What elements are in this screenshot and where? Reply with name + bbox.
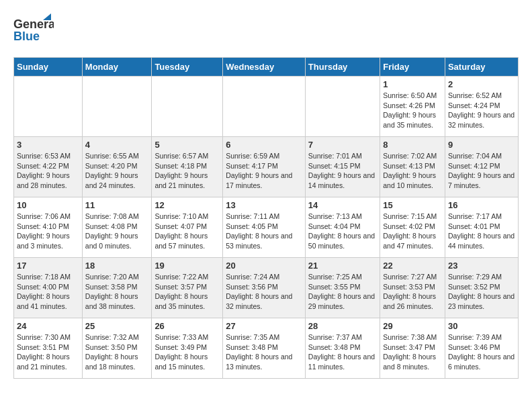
day-info: Sunrise: 6:52 AM Sunset: 4:24 PM Dayligh… xyxy=(448,91,515,130)
calendar-day-cell: 3Sunrise: 6:53 AM Sunset: 4:22 PM Daylig… xyxy=(14,137,83,197)
day-info: Sunrise: 6:53 AM Sunset: 4:22 PM Dayligh… xyxy=(17,151,79,191)
day-number: 30 xyxy=(448,321,515,331)
day-info: Sunrise: 7:35 AM Sunset: 3:48 PM Dayligh… xyxy=(226,332,302,372)
calendar-header-row: SundayMondayTuesdayWednesdayThursdayFrid… xyxy=(14,58,519,77)
day-number: 16 xyxy=(448,200,515,210)
day-number: 13 xyxy=(226,200,302,210)
day-number: 17 xyxy=(17,261,79,271)
calendar-week-row: 1Sunrise: 6:50 AM Sunset: 4:26 PM Daylig… xyxy=(14,77,519,137)
calendar-day-cell: 11Sunrise: 7:08 AM Sunset: 4:08 PM Dayli… xyxy=(82,197,152,258)
day-info: Sunrise: 7:33 AM Sunset: 3:49 PM Dayligh… xyxy=(154,332,220,372)
day-number: 4 xyxy=(85,140,149,150)
calendar-day-cell: 30Sunrise: 7:39 AM Sunset: 3:46 PM Dayli… xyxy=(445,318,518,379)
day-number: 9 xyxy=(448,140,515,150)
calendar-day-cell: 13Sunrise: 7:11 AM Sunset: 4:05 PM Dayli… xyxy=(223,197,306,258)
calendar-day-cell: 1Sunrise: 6:50 AM Sunset: 4:26 PM Daylig… xyxy=(380,77,445,137)
calendar-day-cell: 12Sunrise: 7:10 AM Sunset: 4:07 PM Dayli… xyxy=(152,197,223,258)
calendar-day-cell: 28Sunrise: 7:37 AM Sunset: 3:48 PM Dayli… xyxy=(305,318,380,379)
day-of-week-header: Monday xyxy=(82,58,152,77)
day-of-week-header: Saturday xyxy=(445,58,518,77)
day-of-week-header: Tuesday xyxy=(152,58,223,77)
day-of-week-header: Sunday xyxy=(14,58,83,77)
calendar-day-cell xyxy=(305,77,380,137)
day-info: Sunrise: 7:29 AM Sunset: 3:52 PM Dayligh… xyxy=(448,272,515,312)
day-info: Sunrise: 7:02 AM Sunset: 4:13 PM Dayligh… xyxy=(383,151,442,191)
day-info: Sunrise: 7:20 AM Sunset: 3:58 PM Dayligh… xyxy=(85,272,149,312)
day-number: 26 xyxy=(154,321,220,331)
calendar-day-cell: 17Sunrise: 7:18 AM Sunset: 4:00 PM Dayli… xyxy=(14,258,83,318)
calendar-table: SundayMondayTuesdayWednesdayThursdayFrid… xyxy=(13,57,519,379)
calendar-day-cell xyxy=(223,77,306,137)
calendar-week-row: 17Sunrise: 7:18 AM Sunset: 4:00 PM Dayli… xyxy=(14,258,519,318)
calendar-day-cell: 20Sunrise: 7:24 AM Sunset: 3:56 PM Dayli… xyxy=(223,258,306,318)
calendar-week-row: 24Sunrise: 7:30 AM Sunset: 3:51 PM Dayli… xyxy=(14,318,519,379)
day-number: 20 xyxy=(226,261,302,271)
calendar-day-cell: 5Sunrise: 6:57 AM Sunset: 4:18 PM Daylig… xyxy=(152,137,223,197)
day-info: Sunrise: 7:27 AM Sunset: 3:53 PM Dayligh… xyxy=(383,272,442,312)
day-number: 25 xyxy=(85,321,149,331)
calendar-day-cell: 8Sunrise: 7:02 AM Sunset: 4:13 PM Daylig… xyxy=(380,137,445,197)
day-number: 27 xyxy=(226,321,302,331)
calendar-day-cell: 7Sunrise: 7:01 AM Sunset: 4:15 PM Daylig… xyxy=(305,137,380,197)
day-number: 14 xyxy=(308,200,377,210)
day-number: 29 xyxy=(383,321,442,331)
day-info: Sunrise: 7:01 AM Sunset: 4:15 PM Dayligh… xyxy=(308,151,377,191)
calendar-week-row: 3Sunrise: 6:53 AM Sunset: 4:22 PM Daylig… xyxy=(14,137,519,197)
day-info: Sunrise: 7:04 AM Sunset: 4:12 PM Dayligh… xyxy=(448,151,515,191)
calendar-day-cell: 16Sunrise: 7:17 AM Sunset: 4:01 PM Dayli… xyxy=(445,197,518,258)
logo: General Blue xyxy=(13,13,54,50)
day-info: Sunrise: 7:37 AM Sunset: 3:48 PM Dayligh… xyxy=(308,332,377,372)
calendar-day-cell: 25Sunrise: 7:32 AM Sunset: 3:50 PM Dayli… xyxy=(82,318,152,379)
calendar-day-cell: 26Sunrise: 7:33 AM Sunset: 3:49 PM Dayli… xyxy=(152,318,223,379)
svg-text:Blue: Blue xyxy=(13,30,40,43)
day-number: 19 xyxy=(154,261,220,271)
day-number: 18 xyxy=(85,261,149,271)
day-info: Sunrise: 6:57 AM Sunset: 4:18 PM Dayligh… xyxy=(154,151,220,191)
day-info: Sunrise: 7:17 AM Sunset: 4:01 PM Dayligh… xyxy=(448,212,515,251)
day-number: 1 xyxy=(383,79,442,89)
calendar-day-cell: 19Sunrise: 7:22 AM Sunset: 3:57 PM Dayli… xyxy=(152,258,223,318)
logo-icon: General Blue xyxy=(13,13,54,50)
calendar-day-cell xyxy=(152,77,223,137)
day-number: 5 xyxy=(154,140,220,150)
calendar-day-cell xyxy=(82,77,152,137)
day-number: 7 xyxy=(308,140,377,150)
day-number: 15 xyxy=(383,200,442,210)
day-info: Sunrise: 7:08 AM Sunset: 4:08 PM Dayligh… xyxy=(85,212,149,251)
calendar-day-cell: 2Sunrise: 6:52 AM Sunset: 4:24 PM Daylig… xyxy=(445,77,518,137)
day-number: 3 xyxy=(17,140,79,150)
day-info: Sunrise: 7:13 AM Sunset: 4:04 PM Dayligh… xyxy=(308,212,377,251)
calendar-day-cell xyxy=(14,77,83,137)
calendar-day-cell: 27Sunrise: 7:35 AM Sunset: 3:48 PM Dayli… xyxy=(223,318,306,379)
header: General Blue xyxy=(13,13,519,50)
day-info: Sunrise: 7:15 AM Sunset: 4:02 PM Dayligh… xyxy=(383,212,442,251)
calendar-day-cell: 24Sunrise: 7:30 AM Sunset: 3:51 PM Dayli… xyxy=(14,318,83,379)
calendar-day-cell: 21Sunrise: 7:25 AM Sunset: 3:55 PM Dayli… xyxy=(305,258,380,318)
day-number: 21 xyxy=(308,261,377,271)
day-of-week-header: Wednesday xyxy=(223,58,306,77)
day-info: Sunrise: 7:32 AM Sunset: 3:50 PM Dayligh… xyxy=(85,332,149,372)
calendar-week-row: 10Sunrise: 7:06 AM Sunset: 4:10 PM Dayli… xyxy=(14,197,519,258)
day-info: Sunrise: 6:59 AM Sunset: 4:17 PM Dayligh… xyxy=(226,151,302,191)
day-info: Sunrise: 7:18 AM Sunset: 4:00 PM Dayligh… xyxy=(17,272,79,312)
calendar-day-cell: 6Sunrise: 6:59 AM Sunset: 4:17 PM Daylig… xyxy=(223,137,306,197)
day-info: Sunrise: 7:11 AM Sunset: 4:05 PM Dayligh… xyxy=(226,212,302,251)
day-info: Sunrise: 6:55 AM Sunset: 4:20 PM Dayligh… xyxy=(85,151,149,191)
day-info: Sunrise: 7:38 AM Sunset: 3:47 PM Dayligh… xyxy=(383,332,442,372)
day-number: 10 xyxy=(17,200,79,210)
day-number: 8 xyxy=(383,140,442,150)
day-of-week-header: Thursday xyxy=(305,58,380,77)
day-number: 22 xyxy=(383,261,442,271)
day-number: 2 xyxy=(448,79,515,89)
day-info: Sunrise: 7:22 AM Sunset: 3:57 PM Dayligh… xyxy=(154,272,220,312)
day-info: Sunrise: 7:30 AM Sunset: 3:51 PM Dayligh… xyxy=(17,332,79,372)
calendar-day-cell: 22Sunrise: 7:27 AM Sunset: 3:53 PM Dayli… xyxy=(380,258,445,318)
day-info: Sunrise: 6:50 AM Sunset: 4:26 PM Dayligh… xyxy=(383,91,442,130)
calendar-day-cell: 15Sunrise: 7:15 AM Sunset: 4:02 PM Dayli… xyxy=(380,197,445,258)
day-info: Sunrise: 7:24 AM Sunset: 3:56 PM Dayligh… xyxy=(226,272,302,312)
day-number: 11 xyxy=(85,200,149,210)
calendar-day-cell: 29Sunrise: 7:38 AM Sunset: 3:47 PM Dayli… xyxy=(380,318,445,379)
svg-marker-2 xyxy=(43,13,51,20)
day-number: 28 xyxy=(308,321,377,331)
calendar-day-cell: 9Sunrise: 7:04 AM Sunset: 4:12 PM Daylig… xyxy=(445,137,518,197)
